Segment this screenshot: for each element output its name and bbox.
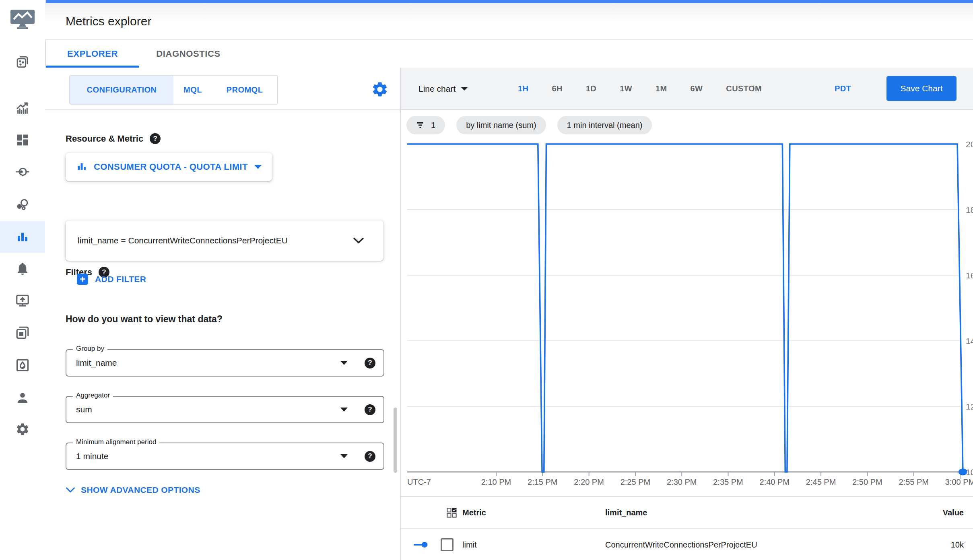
x-tick-label: 2:10 PM bbox=[481, 478, 511, 486]
y-tick-label: 14k bbox=[966, 336, 973, 346]
line-chart[interactable]: 20k18k16k14k12k10k2:10 PM2:15 PM2:20 PM2… bbox=[401, 110, 973, 496]
range-button-1w[interactable]: 1W bbox=[620, 84, 632, 93]
chart-type-label: Line chart bbox=[418, 84, 456, 94]
panel-divider bbox=[45, 109, 400, 110]
legend-series-row: limit ConcurrentWriteConnectionsPerProje… bbox=[401, 529, 973, 560]
dropdown-caret-icon bbox=[340, 361, 348, 365]
tab-explorer[interactable]: EXPLORER bbox=[45, 40, 140, 68]
x-tick-label: 2:45 PM bbox=[806, 478, 836, 486]
timezone-tick-label: UTC-7 bbox=[407, 478, 431, 486]
y-tick-label: 16k bbox=[966, 271, 973, 280]
person-icon bbox=[15, 391, 30, 405]
chart-toolbar: Line chart 1H6H1D1W1M6WCUSTOM PDT Save C… bbox=[401, 68, 973, 110]
sidebar-item-services[interactable] bbox=[0, 317, 45, 348]
dashboard-icon bbox=[15, 133, 30, 147]
integrations-icon bbox=[15, 165, 30, 179]
x-tick-label: 2:40 PM bbox=[760, 478, 790, 486]
sidebar-item-settings[interactable] bbox=[0, 414, 45, 445]
help-icon[interactable]: ? bbox=[150, 133, 161, 144]
alignment-period-label: Minimum alignment period bbox=[73, 438, 159, 446]
query-mode-switcher: CONFIGURATION MQL PROMQL bbox=[69, 75, 278, 105]
checkbox-icon bbox=[441, 538, 454, 551]
aggregator-select[interactable]: Aggregator sum ? bbox=[66, 396, 384, 423]
series-color-swatch bbox=[413, 529, 430, 560]
legend-table: Metric limit_name Value limit Concurrent… bbox=[401, 496, 973, 560]
sidebar-item-metrics[interactable] bbox=[0, 92, 45, 124]
copies-icon bbox=[15, 325, 30, 340]
sidebar-item-uptime-checks[interactable] bbox=[0, 285, 45, 316]
range-button-6h[interactable]: 6H bbox=[552, 84, 562, 93]
alignment-period-value: 1 minute bbox=[76, 451, 340, 461]
select-all-series-icon[interactable] bbox=[446, 497, 458, 528]
sidebar-item-metrics-explorer[interactable] bbox=[0, 221, 45, 253]
series-checkbox[interactable] bbox=[441, 529, 454, 560]
sidebar-item-dashboards[interactable] bbox=[0, 124, 45, 156]
overview-cards-icon bbox=[15, 55, 30, 69]
bell-icon bbox=[15, 261, 30, 276]
metric-bar-chart-icon bbox=[76, 161, 87, 173]
chevron-down-icon bbox=[66, 487, 75, 493]
timezone-button[interactable]: PDT bbox=[835, 68, 851, 110]
top-accent-bar bbox=[45, 0, 973, 3]
drop-in-square-icon bbox=[15, 358, 30, 373]
dropdown-caret-icon bbox=[254, 165, 262, 169]
metric-selector-button[interactable]: CONSUMER QUOTA - QUOTA LIMIT bbox=[66, 153, 272, 181]
mode-promql[interactable]: PROMQL bbox=[212, 76, 277, 104]
chart-type-selector[interactable]: Line chart bbox=[418, 68, 468, 110]
x-tick-label: 2:15 PM bbox=[528, 478, 557, 486]
aggregator-label: Aggregator bbox=[73, 391, 113, 399]
cloud-monitoring-logo-icon[interactable] bbox=[10, 9, 35, 30]
sidebar-item-alerting[interactable] bbox=[0, 253, 45, 284]
metric-selector-label: CONSUMER QUOTA - QUOTA LIMIT bbox=[94, 162, 248, 172]
groups-icon bbox=[15, 198, 30, 212]
sidebar-item-overview[interactable] bbox=[0, 46, 45, 78]
tab-diagnostics[interactable]: DIAGNOSTICS bbox=[140, 40, 237, 68]
help-icon[interactable]: ? bbox=[365, 451, 375, 462]
chart-settings-gear-icon[interactable] bbox=[371, 80, 389, 98]
page-title: Metrics explorer bbox=[66, 14, 151, 28]
series-end-dot[interactable] bbox=[959, 469, 967, 476]
range-button-6w[interactable]: 6W bbox=[691, 84, 703, 93]
help-icon[interactable]: ? bbox=[365, 358, 375, 369]
gear-icon bbox=[15, 422, 30, 436]
chevron-down-icon bbox=[353, 237, 364, 244]
add-filter-button[interactable]: + ADD FILTER bbox=[77, 274, 146, 285]
legend-col-value: Value bbox=[943, 497, 964, 528]
add-filter-label: ADD FILTER bbox=[95, 274, 146, 284]
alignment-period-select[interactable]: Minimum alignment period 1 minute ? bbox=[66, 443, 384, 470]
resource-metric-label: Resource & Metric bbox=[66, 134, 143, 144]
chart-panel: Line chart 1H6H1D1W1M6WCUSTOM PDT Save C… bbox=[401, 68, 973, 560]
dropdown-caret-icon bbox=[340, 408, 348, 412]
app-header: Metrics explorer bbox=[45, 3, 973, 40]
series-metric-name: limit bbox=[462, 529, 477, 560]
series-line-limit[interactable] bbox=[407, 144, 963, 472]
help-icon[interactable]: ? bbox=[365, 404, 375, 415]
filter-expression[interactable]: limit_name = ConcurrentWriteConnectionsP… bbox=[66, 220, 383, 261]
range-button-custom[interactable]: CUSTOM bbox=[726, 84, 762, 93]
series-limit-name: ConcurrentWriteConnectionsPerProjectEU bbox=[605, 529, 757, 560]
x-tick-label: 2:20 PM bbox=[574, 478, 604, 486]
resource-metric-label-row: Resource & Metric ? bbox=[66, 133, 161, 144]
x-tick-label: 2:50 PM bbox=[852, 478, 882, 486]
y-tick-label: 18k bbox=[966, 205, 973, 214]
sidebar-item-leak-detection[interactable] bbox=[0, 350, 45, 381]
metrics-explorer-page: Metrics explorer EXPLORER DIAGNOSTICS CO… bbox=[0, 0, 973, 560]
view-data-question: How do you want to view that data? bbox=[66, 314, 223, 325]
x-tick-label: 2:25 PM bbox=[620, 478, 650, 486]
uptime-monitor-icon bbox=[15, 293, 30, 308]
show-advanced-options-toggle[interactable]: SHOW ADVANCED OPTIONS bbox=[66, 485, 200, 495]
aggregator-value: sum bbox=[76, 405, 340, 414]
range-button-1d[interactable]: 1D bbox=[586, 84, 596, 93]
sidebar-item-integrations[interactable] bbox=[0, 156, 45, 187]
panel-scrollbar[interactable] bbox=[394, 408, 397, 473]
sidebar-item-groups[interactable] bbox=[0, 189, 45, 220]
mode-configuration[interactable]: CONFIGURATION bbox=[70, 76, 173, 104]
tab-diagnostics-label: DIAGNOSTICS bbox=[156, 49, 220, 59]
mode-mql[interactable]: MQL bbox=[173, 76, 212, 104]
dropdown-caret-icon bbox=[461, 87, 468, 91]
range-button-1h[interactable]: 1H bbox=[518, 84, 528, 93]
range-button-1m[interactable]: 1M bbox=[656, 84, 667, 93]
save-chart-button[interactable]: Save Chart bbox=[886, 76, 957, 101]
sidebar-item-profile[interactable] bbox=[0, 382, 45, 414]
group-by-select[interactable]: Group by limit_name ? bbox=[66, 349, 384, 377]
